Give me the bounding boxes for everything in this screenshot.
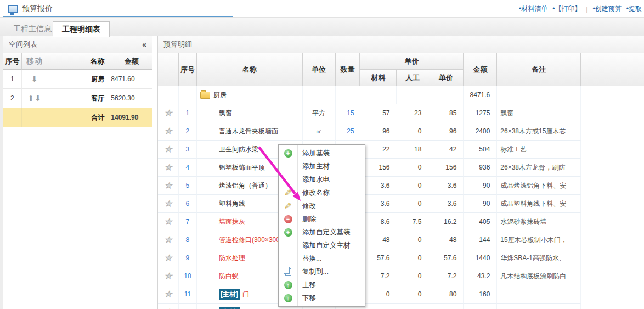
filler-cell [581,304,644,309]
table-row[interactable]: ★ 7 墙面抹灰 8.6 7.5 16.2 405 水泥砂浆抹砖墙 [158,213,644,231]
star-icon: ★ [165,162,172,172]
star-icon: ★ [165,126,172,136]
table-row[interactable]: ★ 12 [主材] 墙面刷(喷)涂料 [158,304,644,309]
favorite-star-cell[interactable]: ★ [158,141,179,159]
group-name: 厨房 [213,91,227,100]
filler-cell [581,141,644,159]
tab-project-detail-table[interactable]: 工程明细表 [53,21,110,37]
row-number[interactable]: 1 [179,104,197,122]
favorite-star-cell[interactable]: ★ [158,285,179,304]
row-number[interactable]: 10 [179,267,197,285]
item-name: 门 [242,290,249,299]
filler-cell [581,231,644,249]
budget-table-header: 序号 名称 单位 数量 单价 材料 人工 单价 金额 备注 [158,53,644,86]
material-price-cell: 0 [360,285,397,304]
col-header-note: 备注 [497,53,581,86]
favorite-star-cell[interactable]: ★ [158,231,179,249]
table-row[interactable]: ★ 2 普通木龙骨夹板墙面 ㎡ 25 96 0 96 2400 26×38木方或… [158,122,644,141]
qty-cell[interactable]: 25 [336,122,360,141]
row-number[interactable]: 11 [179,285,197,304]
favorite-star-cell[interactable]: ★ [158,213,179,231]
note-cell: 墙面刷(喷)涂料 [497,304,581,309]
unit-cell: ㎡ [303,122,336,141]
amount-cell: 936 [464,159,497,177]
favorite-star-cell[interactable]: ★ [158,304,179,309]
item-name-cell: 飘窗 [197,104,303,122]
note-cell: 26×38木方或15厘木芯 [497,122,581,141]
note-cell: 15厘木芯板制小木门， [497,231,581,249]
row-number[interactable]: 5 [179,177,197,195]
context-menu-item[interactable]: 添加自定义基装 [279,226,365,239]
row-number[interactable]: 9 [179,249,197,267]
context-menu-item[interactable]: 添加主材 [279,160,365,173]
space-list-title-bar: 空间列表 « [3,36,152,53]
labor-price-cell [397,304,429,309]
context-menu-item[interactable]: 上移 [279,278,365,291]
context-menu-item[interactable]: 添加基装 [279,147,365,160]
filler-cell [581,213,644,231]
table-row[interactable]: ★ 11 [主材]门 0 0 80 160 [158,285,644,304]
row-number[interactable]: 8 [179,231,197,249]
link-extract[interactable]: •提取 [626,4,642,14]
header-links: •材料清单 •【打印】 | •创建预算 •提取 [519,4,642,14]
item-name: 烤漆铝角（普通） [219,181,272,190]
context-menu-item[interactable]: 添加自定义主材 [279,239,365,252]
link-print[interactable]: •【打印】 [552,4,581,14]
table-row[interactable]: ★ 5 烤漆铝角（普通） 3.6 0 3.6 90 成品烤漆铝角下料、安 [158,177,644,195]
context-menu-item[interactable]: 删除 [279,212,365,226]
amount-cell [464,304,497,309]
context-menu-item[interactable]: 修改名称 [279,186,365,199]
unit-price-cell [428,304,464,309]
row-number[interactable]: 3 [179,141,197,159]
space-row[interactable]: 1 ⬇ 厨房 8471.60 [3,70,152,89]
table-row[interactable]: ★ 6 塑料角线 3.6 0 3.6 90 成品塑料角线下料、安 [158,195,644,213]
move-arrows-icon[interactable]: ⬆⬇ [22,89,48,108]
qty-cell[interactable]: 15 [336,104,360,122]
collapse-panel-icon[interactable]: « [142,36,146,53]
group-row-kitchen[interactable]: 厨房 8471.6 [158,86,644,104]
space-row[interactable]: 2 ⬆⬇ 客厅 5620.30 [3,89,152,108]
table-row[interactable]: ★ 4 铝塑板饰面平顶 156 0 156 936 26×38木方龙骨，刷防 [158,159,644,177]
context-menu-item[interactable]: 复制到... [279,265,365,278]
menu-item-label: 修改 [297,201,316,211]
amount-cell: 160 [464,285,497,304]
amount-cell: 90 [464,177,497,195]
space-name: 厨房 [48,70,109,89]
item-name: 飘窗 [219,109,232,118]
table-row[interactable]: ★ 10 防白蚁 7.2 0 7.2 43.2 凡木结构底板涂刷防白 [158,267,644,285]
row-number[interactable]: 6 [179,195,197,213]
context-menu-item[interactable]: 替换... [279,252,365,265]
link-create-budget[interactable]: •创建预算 [593,4,622,14]
move-arrows-icon[interactable]: ⬇ [22,70,48,89]
amount-cell: 504 [464,141,497,159]
labor-price-cell: 0 [397,231,429,249]
table-row[interactable]: ★ 8 管道检修口(300×300 48 0 48 144 15厘木芯板制小木门… [158,231,644,249]
table-row[interactable]: ★ 9 防水处理 57.6 0 57.6 1440 华烁SBA-1高强防水、 [158,249,644,267]
tab-project-main-info[interactable]: 工程主信息 [4,21,60,36]
col-header-name: 名称 [48,53,109,70]
star-icon: ★ [165,217,172,227]
table-row[interactable]: ★ 1 飘窗 平方 15 57 23 85 1275 飘窗 [158,104,644,122]
table-row[interactable]: ★ 3 卫生间防水梁 22 18 42 504 标准工艺 [158,141,644,159]
note-cell: 华烁SBA-1高强防水、 [497,249,581,267]
favorite-star-cell[interactable]: ★ [158,249,179,267]
context-menu-item[interactable]: 添加水电 [279,173,365,186]
amount-cell: 2400 [464,122,497,141]
row-number[interactable]: 2 [179,122,197,141]
link-material-list[interactable]: •材料清单 [519,4,547,14]
amount-cell: 43.2 [464,267,497,285]
favorite-star-cell[interactable]: ★ [158,104,179,122]
row-number[interactable]: 7 [179,213,197,231]
favorite-star-cell[interactable]: ★ [158,122,179,141]
favorite-star-cell[interactable]: ★ [158,267,179,285]
row-number[interactable]: 4 [179,159,197,177]
context-menu-item[interactable]: 修改 [279,199,365,212]
pencil-icon [279,201,297,211]
row-number[interactable]: 12 [179,304,197,309]
context-menu-item[interactable]: 下移 [279,291,365,305]
item-name: 管道检修口(300×300 [219,235,280,245]
favorite-star-cell[interactable]: ★ [158,159,179,177]
favorite-star-cell[interactable]: ★ [158,177,179,195]
favorite-star-cell[interactable]: ★ [158,195,179,213]
budget-detail-title: 预算明细 [163,40,192,48]
